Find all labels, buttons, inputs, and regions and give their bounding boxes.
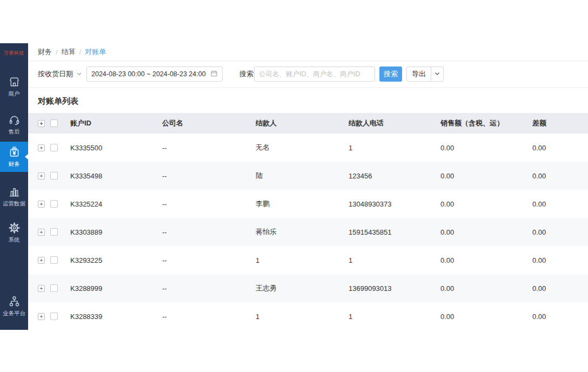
gear-icon — [8, 222, 21, 234]
export-split-button: 导出 — [406, 67, 444, 82]
export-dropdown-button[interactable] — [431, 67, 443, 81]
table-row[interactable]: +K3325224--李鹏130489303730.000.00 — [28, 190, 588, 218]
cell: 0.00 — [532, 284, 588, 293]
row-checkbox[interactable] — [50, 172, 58, 180]
table-row[interactable]: +K3335500--无名10.000.00 — [28, 134, 588, 162]
row-checkbox[interactable] — [50, 228, 58, 236]
export-button[interactable]: 导出 — [407, 67, 431, 81]
expand-row-button[interactable]: + — [38, 201, 45, 208]
row-checkbox[interactable] — [50, 284, 58, 292]
cell: -- — [162, 284, 256, 293]
store-icon — [8, 76, 21, 88]
cell: -- — [162, 144, 256, 152]
sidebar-item-0[interactable]: 商户 — [0, 71, 28, 102]
row-checkbox[interactable] — [50, 200, 58, 208]
app-window: 万表科技 商户售后财务运营数据系统业务平台 财务 / 结算 / 对账单 按收货日… — [0, 43, 588, 330]
cell: -- — [162, 228, 256, 236]
row-checkbox[interactable] — [50, 144, 58, 151]
breadcrumb-separator: / — [79, 48, 82, 56]
cell: 0.00 — [440, 144, 532, 152]
cell: K3293225 — [70, 256, 162, 264]
expand-row-button[interactable]: + — [38, 144, 45, 151]
main-content: 财务 / 结算 / 对账单 按收货日期 2024-08-23 00:00 ~ 2… — [28, 43, 588, 330]
cell: 1 — [256, 313, 349, 321]
sidebar-item-label: 业务平台 — [3, 309, 25, 317]
expand-row-button[interactable]: + — [38, 257, 45, 264]
expand-row-button[interactable]: + — [38, 172, 45, 180]
chevron-down-icon — [434, 70, 440, 78]
chart-icon — [8, 185, 21, 198]
cell: 0.00 — [532, 144, 588, 152]
date-type-label: 按收货日期 — [38, 69, 73, 79]
table-row[interactable]: +K3303889--蒋怡乐159154358510.000.00 — [28, 218, 588, 246]
cell: K3325224 — [70, 200, 162, 208]
cell: 0.00 — [440, 313, 532, 321]
cell: -- — [162, 200, 256, 208]
row-checkbox[interactable] — [50, 313, 58, 320]
cell: 0.00 — [440, 200, 532, 208]
sidebar-item-label: 售后 — [9, 128, 20, 135]
cell: K3288999 — [70, 284, 162, 293]
sidebar-item-3[interactable]: 运营数据 — [0, 181, 28, 211]
table-row[interactable]: +K3288339--110.000.00 — [28, 302, 588, 330]
sidebar-item-label: 运营数据 — [3, 200, 25, 207]
table-row[interactable]: +K3335498--陆1234560.000.00 — [28, 162, 588, 190]
breadcrumb-finance[interactable]: 财务 — [38, 47, 52, 57]
cell: 1 — [349, 144, 440, 152]
calendar-icon — [210, 70, 218, 79]
date-range-value: 2024-08-23 00:00 ~ 2024-08-23 24:00 — [91, 70, 210, 78]
chevron-down-icon — [76, 70, 82, 78]
column-header-4: 销售额（含税、运） — [440, 118, 532, 128]
cell: 0.00 — [440, 256, 532, 264]
cell: 无名 — [256, 143, 349, 152]
sidebar-item-label: 财务 — [9, 160, 20, 168]
search-input[interactable] — [254, 67, 375, 82]
cell: 1 — [349, 313, 440, 321]
orgchart-icon — [8, 295, 21, 308]
breadcrumb-separator: / — [56, 48, 58, 56]
sidebar-item-1[interactable]: 售后 — [0, 109, 28, 140]
cell: 0.00 — [532, 228, 588, 236]
cell: -- — [162, 172, 256, 180]
sidebar-item-5[interactable]: 业务平台 — [0, 291, 28, 321]
breadcrumb-settlement[interactable]: 结算 — [62, 47, 76, 57]
column-header-0: 账户ID — [70, 118, 162, 128]
column-header-1: 公司名 — [162, 118, 256, 128]
app-logo: 万表科技 — [0, 50, 28, 57]
cell: 0.00 — [532, 172, 588, 180]
table-header-row: + 账户ID公司名结款人结款人电话销售额（含税、运）差额 — [28, 113, 588, 134]
cell: 0.00 — [532, 313, 588, 321]
sidebar-item-4[interactable]: 系统 — [0, 217, 28, 248]
column-header-2: 结款人 — [256, 118, 349, 128]
date-range-input[interactable]: 2024-08-23 00:00 ~ 2024-08-23 24:00 — [86, 67, 223, 82]
table-row[interactable]: +K3293225--110.000.00 — [28, 246, 588, 274]
cell: 李鹏 — [256, 199, 349, 209]
expand-row-button[interactable]: + — [38, 313, 45, 320]
expand-row-button[interactable]: + — [38, 285, 45, 292]
cell: 蒋怡乐 — [256, 227, 349, 237]
select-all-checkbox[interactable] — [50, 119, 58, 127]
column-header-5: 差额 — [532, 118, 588, 128]
cell: K3335500 — [70, 144, 162, 152]
cell: 0.00 — [440, 228, 532, 236]
search-label: 搜索: — [239, 69, 256, 79]
filter-bar: 按收货日期 2024-08-23 00:00 ~ 2024-08-23 24:0… — [28, 61, 588, 88]
cell: K3335498 — [70, 172, 162, 180]
sidebar-item-2[interactable]: 财务 — [0, 142, 28, 172]
expand-row-button[interactable]: + — [38, 229, 45, 236]
page-title: 对账单列表 — [28, 88, 588, 113]
search-button[interactable]: 搜索 — [379, 67, 402, 82]
cell: 0.00 — [440, 172, 532, 180]
column-header-3: 结款人电话 — [349, 118, 440, 128]
cell: 王志勇 — [256, 283, 349, 293]
cell: -- — [162, 313, 256, 321]
cell: 1 — [256, 256, 349, 264]
cell: 0.00 — [440, 284, 532, 293]
cell: -- — [162, 256, 256, 264]
sidebar-item-label: 系统 — [9, 236, 20, 243]
expand-all-button[interactable]: + — [38, 120, 45, 127]
cell: K3303889 — [70, 228, 162, 236]
table-row[interactable]: +K3288999--王志勇136990930130.000.00 — [28, 274, 588, 302]
date-type-dropdown[interactable]: 按收货日期 — [38, 69, 82, 79]
row-checkbox[interactable] — [50, 256, 58, 264]
